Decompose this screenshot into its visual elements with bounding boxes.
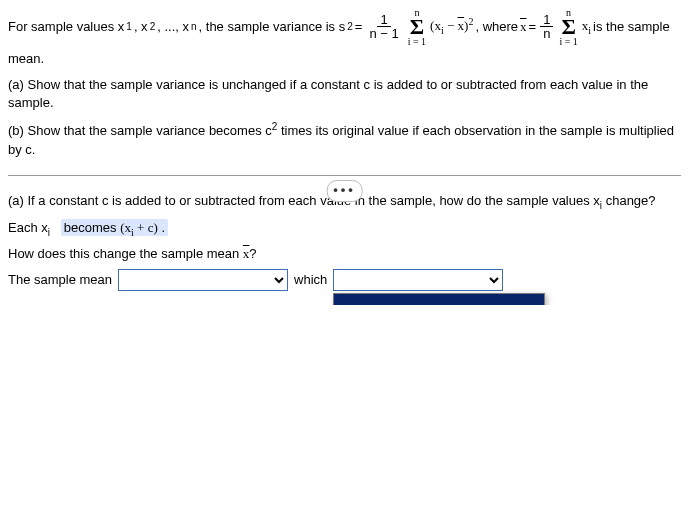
section-divider (8, 175, 681, 176)
text: = (529, 18, 537, 36)
sub: 1 (126, 20, 132, 34)
t: change? (602, 193, 656, 208)
denominator: n − 1 (366, 27, 401, 40)
selected-answer-highlight: becomes (xi + c) . (61, 219, 168, 236)
t: (a) If a constant c is added to or subtr… (8, 193, 600, 208)
answer-row: The sample mean which simplifies to x + … (8, 269, 681, 291)
sub: 2 (150, 20, 156, 34)
denominator: n (540, 27, 553, 40)
t: + c) (134, 220, 158, 235)
sum-body: xi (582, 17, 591, 38)
t: How does this change the sample mean (8, 246, 243, 261)
numerator: 1 (377, 13, 390, 27)
t: (b) Show that the sample variance become… (8, 124, 272, 139)
expand-button[interactable]: ••• (326, 180, 363, 202)
text: , the sample variance is s (199, 18, 346, 36)
text: , where (475, 18, 518, 36)
answer-each-xi: Each xi becomes (xi + c) . (8, 219, 681, 240)
text: For sample values x (8, 18, 124, 36)
dropdown-1[interactable] (118, 269, 288, 291)
sum-bottom: i = 1 (408, 37, 426, 46)
part-b-text: (b) Show that the sample variance become… (8, 120, 681, 159)
sub: i (588, 24, 591, 35)
summation: nΣi = 1 (408, 8, 426, 46)
label-sample-mean: The sample mean (8, 271, 112, 289)
sum-body: (xi − x)2 (430, 15, 473, 38)
t: − (444, 19, 458, 34)
problem-statement-line2: mean. (8, 50, 681, 68)
dropdown-2[interactable] (333, 269, 503, 291)
fraction: 1n − 1 (366, 13, 401, 40)
text: is the sample (593, 18, 670, 36)
sigma-icon: Σ (561, 17, 575, 37)
dropdown-option-blank[interactable] (334, 294, 544, 305)
text: = (355, 18, 363, 36)
label-which: which (294, 271, 327, 289)
problem-statement-line1: For sample values x1, x2, ..., xn, the s… (8, 8, 681, 46)
question-mean-change: How does this change the sample mean x? (8, 245, 681, 263)
dropdown-2-list: simplifies to x + nc. simplifies to cx. … (333, 293, 545, 305)
sup: 2 (468, 16, 473, 27)
text: , ..., x (157, 18, 189, 36)
sub: n (191, 20, 197, 34)
summation: nΣi = 1 (559, 8, 577, 46)
numerator: 1 (540, 13, 553, 27)
sum-bottom: i = 1 (559, 37, 577, 46)
part-a-text: (a) Show that the sample variance is unc… (8, 76, 681, 112)
sup: 2 (347, 20, 353, 34)
t: Each x (8, 220, 48, 235)
expr: (xi + c) (120, 220, 158, 235)
t: becomes (64, 220, 120, 235)
t: . (158, 220, 165, 235)
t: (x (120, 220, 131, 235)
xbar: x (520, 18, 527, 36)
sigma-icon: Σ (410, 17, 424, 37)
t: ? (249, 246, 256, 261)
sub: i (48, 226, 50, 237)
fraction: 1n (540, 13, 553, 40)
t: (x (430, 19, 441, 34)
text: , x (134, 18, 148, 36)
